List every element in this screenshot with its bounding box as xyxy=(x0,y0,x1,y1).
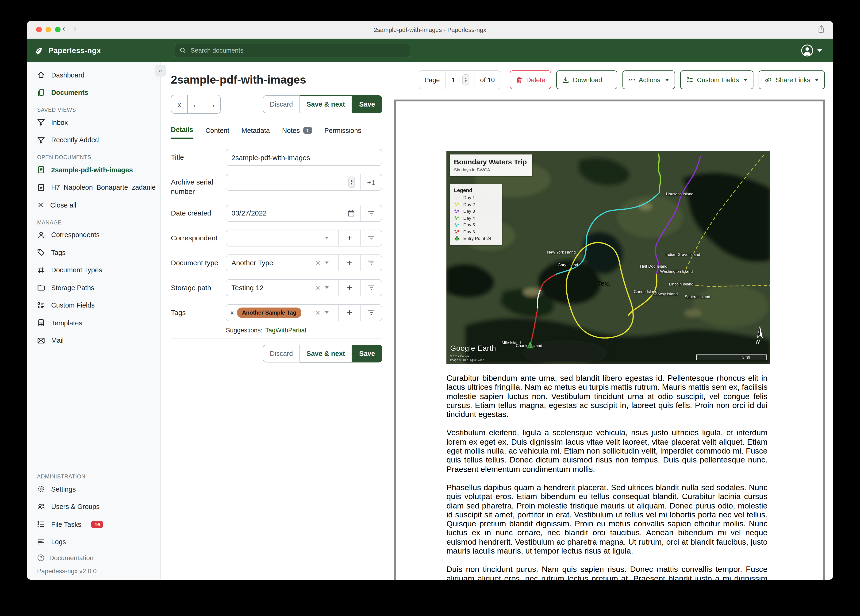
sidebar-collapse-button[interactable]: « xyxy=(155,65,166,77)
legend-item: Day 4 xyxy=(454,215,499,220)
sidebar-item-users-groups[interactable]: Users & Groups xyxy=(27,498,160,515)
filter-icon xyxy=(37,136,45,144)
remove-tag-icon[interactable]: x xyxy=(231,309,234,316)
sidebar-item-document-types[interactable]: Document Types xyxy=(27,261,160,279)
sidebar-item-settings[interactable]: Settings xyxy=(27,480,160,498)
sidebar-item-custom-fields[interactable]: Custom Fields xyxy=(27,297,160,314)
sidebar-item-label: 2sample-pdf-with-images xyxy=(51,166,133,174)
save-button[interactable]: Save xyxy=(352,344,382,362)
legend-item: Day 5 xyxy=(454,222,499,227)
search-icon xyxy=(180,47,186,53)
sidebar-item-correspondents[interactable]: Correspondents xyxy=(27,226,160,244)
tab-metadata[interactable]: Metadata xyxy=(242,126,270,139)
page-stepper[interactable]: ▲▼ xyxy=(462,74,469,85)
sidebar-item-dashboard[interactable]: Dashboard xyxy=(27,66,160,84)
home-icon xyxy=(37,71,45,79)
custom-fields-icon xyxy=(37,302,45,310)
close-doc-button[interactable]: x xyxy=(171,95,187,113)
chevron-down-icon xyxy=(325,286,329,289)
storage-path-label: Storage path xyxy=(171,279,226,296)
screen: ‹ › 2sample-pdf-with-images - Paperless-… xyxy=(0,0,860,616)
search-bar[interactable] xyxy=(175,44,410,57)
sidebar-item-label: Custom Fields xyxy=(51,302,94,309)
share-icon[interactable] xyxy=(818,25,825,35)
tab-permissions[interactable]: Permissions xyxy=(324,126,361,139)
tag-chip[interactable]: Another Sample Tag xyxy=(237,307,301,317)
download-button[interactable]: Download xyxy=(557,71,608,89)
add-document-type-button[interactable]: + xyxy=(339,255,360,271)
save-next-button[interactable]: Save & next xyxy=(300,95,352,113)
logs-icon xyxy=(37,538,45,546)
correspondent-select[interactable] xyxy=(226,230,339,246)
document-type-select[interactable]: Another Type ✕ xyxy=(226,255,339,271)
pdf-preview-pane[interactable]: Boundary Waters Trip Six days in BWCA Le… xyxy=(394,99,825,580)
template-file-icon xyxy=(37,319,45,327)
add-tag-button[interactable]: + xyxy=(339,305,360,321)
sidebar-item-storage-paths[interactable]: Storage Paths xyxy=(27,279,160,297)
document-type-filter-button[interactable] xyxy=(360,255,381,271)
clear-icon[interactable]: ✕ xyxy=(315,284,321,291)
hash-icon xyxy=(37,266,45,274)
actions-button[interactable]: Actions xyxy=(622,71,675,89)
tab-details[interactable]: Details xyxy=(171,126,193,139)
previous-doc-button[interactable]: ← xyxy=(187,95,204,113)
asn-input[interactable] xyxy=(231,178,346,186)
next-doc-button[interactable]: → xyxy=(204,95,220,113)
paragraph: Curabitur bibendum ante urna, sed blandi… xyxy=(446,374,767,419)
tab-notes[interactable]: Notes1 xyxy=(282,126,312,139)
storage-path-select[interactable]: Testing 12 ✕ xyxy=(226,280,339,295)
add-storage-path-button[interactable]: + xyxy=(339,280,360,295)
add-correspondent-button[interactable]: + xyxy=(339,230,360,246)
suggestion-link[interactable]: TagWithPartial xyxy=(265,327,306,333)
search-input[interactable] xyxy=(190,47,405,55)
clear-icon[interactable]: ✕ xyxy=(315,309,321,316)
sidebar-item-documents[interactable]: Documents xyxy=(27,84,160,101)
correspondent-filter-button[interactable] xyxy=(360,230,381,246)
date-created-input[interactable] xyxy=(231,209,337,217)
sidebar-item-documentation[interactable]: Documentation xyxy=(27,551,160,565)
storage-path-filter-button[interactable] xyxy=(360,280,381,295)
help-icon xyxy=(37,554,45,561)
sidebar-open-doc-2[interactable]: H7_Napoleon_Bonaparte_zadanie xyxy=(27,179,160,196)
save-button[interactable]: Save xyxy=(352,95,382,113)
paragraph: Duis non tincidunt purus. Nam quis sapie… xyxy=(446,565,767,580)
save-next-button[interactable]: Save & next xyxy=(300,344,352,362)
filter-lines-icon xyxy=(367,285,375,291)
asn-stepper[interactable]: ▲▼ xyxy=(348,176,355,188)
tags-select[interactable]: x Another Sample Tag ✕ xyxy=(226,305,339,321)
paragraph: Phasellus dapibus quam a hendrerit place… xyxy=(446,483,767,556)
divider xyxy=(171,338,382,339)
discard-button[interactable]: Discard xyxy=(263,344,300,362)
custom-fields-button[interactable]: Custom Fields xyxy=(680,71,753,89)
sidebar-item-close-all[interactable]: Close all xyxy=(27,196,160,214)
discard-button[interactable]: Discard xyxy=(263,95,300,113)
download-dropdown-button[interactable] xyxy=(608,71,617,89)
sidebar-item-file-tasks[interactable]: File Tasks 16 xyxy=(27,515,160,533)
sidebar-item-templates[interactable]: Templates xyxy=(27,314,160,332)
title-input[interactable] xyxy=(231,153,377,161)
page-number-input[interactable] xyxy=(450,75,460,84)
tab-content[interactable]: Content xyxy=(206,126,229,139)
sidebar-item-recently-added[interactable]: Recently Added xyxy=(27,131,160,149)
date-filter-button[interactable] xyxy=(360,205,381,221)
app-header: Paperless-ngx xyxy=(27,39,833,63)
share-links-button[interactable]: Share Links xyxy=(759,71,825,89)
save-group-bottom: Discard Save & next Save xyxy=(263,344,382,362)
window-title: 2sample-pdf-with-images - Paperless-ngx xyxy=(27,20,833,39)
sidebar-item-label: Close all xyxy=(50,201,76,209)
user-menu[interactable] xyxy=(801,44,822,57)
brand[interactable]: Paperless-ngx xyxy=(27,46,101,56)
tags-filter-button[interactable] xyxy=(360,305,381,321)
delete-button[interactable]: Delete xyxy=(510,71,551,89)
tag-suggestions: Suggestions:TagWithPartial xyxy=(226,327,382,333)
sidebar-item-label: Correspondents xyxy=(51,231,99,239)
sidebar-open-doc-current[interactable]: 2sample-pdf-with-images xyxy=(27,161,160,179)
sidebar-item-tags[interactable]: Tags xyxy=(27,244,160,261)
sidebar-item-logs[interactable]: Logs xyxy=(27,533,160,551)
sidebar-item-inbox[interactable]: Inbox xyxy=(27,114,160,131)
clear-icon[interactable]: ✕ xyxy=(315,259,321,266)
sidebar-item-mail[interactable]: Mail xyxy=(27,332,160,349)
island-label: New York Island xyxy=(547,250,576,255)
calendar-button[interactable] xyxy=(342,205,360,221)
asn-plus-one-button[interactable]: +1 xyxy=(360,174,381,190)
